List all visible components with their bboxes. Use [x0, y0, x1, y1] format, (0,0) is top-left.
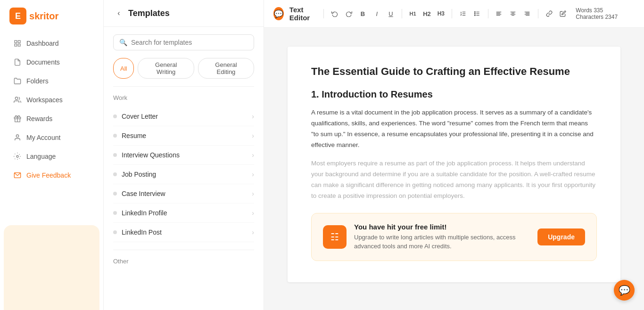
sidebar-label-folders: Folders: [26, 77, 49, 85]
template-item-case-interview[interactable]: Case Interview ›: [113, 184, 254, 204]
chevron-right-icon: ›: [252, 228, 254, 236]
grid-icon: [13, 39, 22, 48]
chevron-right-icon: ›: [252, 209, 254, 217]
sidebar-item-folders[interactable]: Folders: [4, 72, 99, 90]
filter-tabs: All General Writing General Editing: [104, 58, 264, 86]
link-button[interactable]: [544, 7, 554, 20]
upgrade-subtext: Upgrade to write long articles with mult…: [354, 233, 530, 251]
sidebar-bottom-card: [4, 225, 99, 310]
template-dot: [113, 192, 117, 196]
sidebar-item-documents[interactable]: Documents: [4, 53, 99, 71]
doc-title: The Essential Guide to Crafting an Effec…: [311, 65, 597, 78]
redo-button[interactable]: [344, 7, 354, 20]
search-input[interactable]: [131, 39, 248, 46]
sidebar-item-workspaces[interactable]: Workspaces: [4, 91, 99, 109]
chevron-right-icon: ›: [252, 171, 254, 178]
filter-tab-all[interactable]: All: [113, 58, 134, 79]
chars-label: Characters: [576, 14, 603, 20]
sidebar-item-give-feedback[interactable]: Give Feedback: [4, 166, 99, 184]
template-item-linkedin-profile[interactable]: LinkedIn Profile ›: [113, 204, 254, 223]
upgrade-text: You have hit your free limit! Upgrade to…: [354, 223, 530, 251]
edit-button[interactable]: [558, 7, 569, 20]
filter-tab-general-editing[interactable]: General Editing: [198, 58, 254, 79]
h1-button[interactable]: H1: [408, 7, 418, 20]
upgrade-icon-box: ☷: [323, 225, 347, 249]
template-name-job-posting: Job Posting: [122, 171, 156, 178]
chat-bubble[interactable]: 💬: [614, 280, 635, 301]
envelope-icon: [13, 171, 22, 179]
svg-rect-2: [15, 44, 17, 46]
template-name-linkedin-post: LinkedIn Post: [122, 228, 162, 236]
template-name-cover-letter: Cover Letter: [122, 113, 158, 120]
svg-point-17: [474, 13, 475, 14]
template-dot: [113, 134, 117, 138]
search-icon: 🔍: [119, 39, 127, 46]
sidebar-item-dashboard[interactable]: Dashboard: [4, 34, 99, 52]
templates-title: Templates: [128, 8, 170, 18]
svg-rect-1: [18, 41, 20, 43]
sidebar-item-account[interactable]: My Account: [4, 129, 99, 147]
svg-point-18: [474, 15, 475, 16]
template-name-resume: Resume: [122, 132, 146, 139]
underline-button[interactable]: U: [386, 7, 396, 20]
undo-button[interactable]: [330, 7, 340, 20]
gift-icon: [13, 114, 22, 123]
svg-point-8: [17, 155, 18, 157]
align-left-button[interactable]: [494, 7, 504, 20]
align-right-button[interactable]: [522, 7, 532, 20]
template-item-linkedin-post[interactable]: LinkedIn Post ›: [113, 223, 254, 242]
editor-avatar: 💬: [273, 7, 284, 20]
list-ul-button[interactable]: [472, 7, 482, 20]
template-name-interview-questions: Interview Questions: [122, 151, 180, 159]
upgrade-heading: You have hit your free limit!: [354, 223, 530, 231]
words-value: 335: [594, 7, 603, 14]
align-center-button[interactable]: [508, 7, 518, 20]
template-dot: [113, 153, 117, 157]
template-dot: [113, 172, 117, 176]
back-button[interactable]: ‹: [113, 8, 124, 19]
sidebar-label-give-feedback: Give Feedback: [26, 171, 71, 179]
upgrade-icon: ☷: [330, 231, 339, 243]
svg-point-7: [16, 135, 18, 137]
chevron-right-icon: ›: [252, 151, 254, 159]
template-dot: [113, 211, 117, 215]
toolbar-divider-4: [488, 9, 488, 18]
editor-content[interactable]: The Essential Guide to Crafting an Effec…: [264, 28, 644, 310]
template-item-resume[interactable]: Resume ›: [113, 126, 254, 146]
h2-button[interactable]: H2: [422, 7, 432, 20]
templates-panel: ‹ Templates 🔍 All General Writing Genera…: [104, 0, 264, 310]
bold-button[interactable]: B: [357, 7, 368, 20]
filter-tab-general-writing[interactable]: General Writing: [138, 58, 194, 79]
doc-page: The Essential Guide to Crafting an Effec…: [288, 47, 620, 282]
svg-rect-3: [18, 44, 20, 46]
divider: [113, 86, 254, 87]
word-count: Words 335 Characters 2347: [576, 7, 635, 20]
list-ol-button[interactable]: [458, 7, 468, 20]
sidebar-item-rewards[interactable]: Rewards: [4, 110, 99, 128]
settings-icon: [13, 152, 22, 161]
toolbar-divider-5: [538, 9, 538, 18]
doc-paragraph-2: Most employers require a resume as part …: [311, 158, 597, 202]
sidebar-label-account: My Account: [26, 134, 60, 141]
sidebar-item-language[interactable]: Language: [4, 147, 99, 165]
users-icon: [13, 96, 22, 104]
template-name-case-interview: Case Interview: [122, 190, 165, 197]
file-icon: [13, 58, 22, 66]
italic-button[interactable]: I: [372, 7, 382, 20]
upgrade-button[interactable]: Upgrade: [537, 228, 585, 245]
folder-icon: [13, 77, 22, 85]
sidebar-label-workspaces: Workspaces: [26, 96, 63, 104]
h3-button[interactable]: H3: [436, 7, 446, 20]
template-item-interview-questions[interactable]: Interview Questions ›: [113, 146, 254, 165]
section-title-work: Work: [113, 94, 254, 101]
section-title-other: Other: [113, 258, 254, 265]
template-name-linkedin-profile: LinkedIn Profile: [122, 209, 167, 217]
chevron-right-icon: ›: [252, 113, 254, 120]
template-item-cover-letter[interactable]: Cover Letter ›: [113, 107, 254, 126]
svg-rect-0: [15, 41, 17, 43]
editor-area: 💬 Text Editor B I U H1 H2 H3: [264, 0, 644, 310]
template-item-job-posting[interactable]: Job Posting ›: [113, 165, 254, 184]
editor-toolbar: 💬 Text Editor B I U H1 H2 H3: [264, 0, 644, 28]
logo: E skritor: [0, 8, 103, 34]
toolbar-title: Text Editor: [289, 6, 318, 22]
